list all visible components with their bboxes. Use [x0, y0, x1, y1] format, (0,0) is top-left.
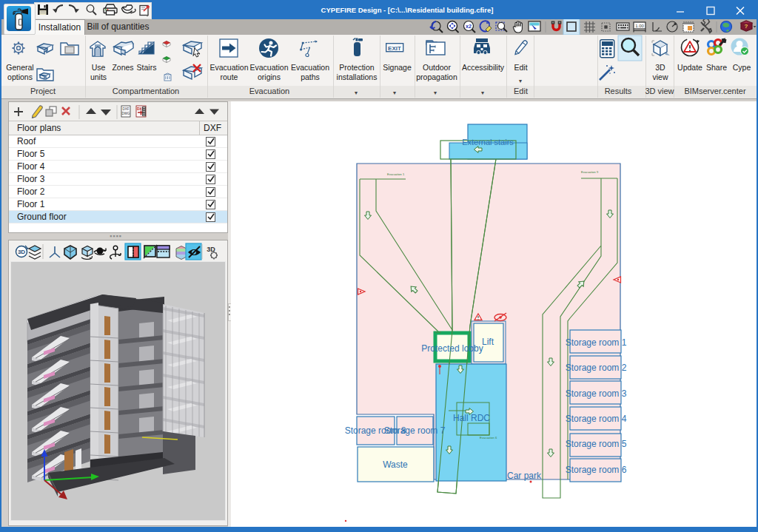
svg-text:DXF: DXF	[123, 107, 130, 111]
svg-text:3D: 3D	[18, 249, 25, 255]
svg-text:x2: x2	[466, 24, 472, 29]
svg-text:EXIT: EXIT	[388, 45, 401, 52]
svg-text:?: ?	[745, 23, 748, 30]
svg-text:1.00: 1.00	[635, 24, 644, 28]
svg-text:DWG: DWG	[122, 112, 130, 115]
